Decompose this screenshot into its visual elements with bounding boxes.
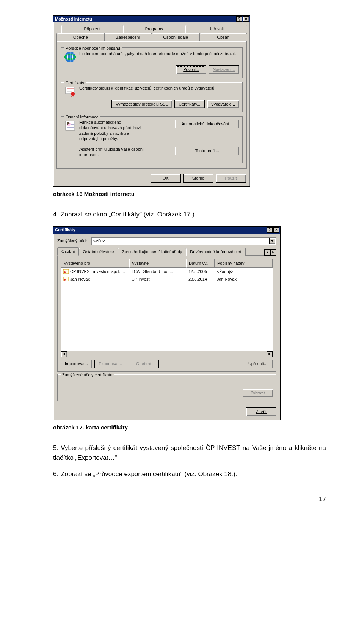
tab-trusted-root[interactable]: Důvěryhodné kořenové cert [186,248,245,256]
certificate-list-panel: Vystaveno pro Vystavitel Datum vy... Pop… [57,255,276,372]
group-title: Poradce hodnocením obsahu [64,45,122,52]
autocomplete-button[interactable]: Automatické dokončování... [175,120,239,128]
instruction-6: 6.Zobrazí se „Průvodce exportem certifik… [53,469,326,479]
tab-intermediate[interactable]: Zprostředkující certifikační úřady [118,248,186,256]
tab-scroll-right[interactable]: ► [270,249,276,256]
apply-button[interactable]: Použít [216,174,246,183]
svg-point-16 [64,279,66,281]
svg-rect-11 [67,127,74,128]
certificates-button[interactable]: Certifikáty... [174,100,205,109]
col-issued-by[interactable]: Vystavitel [129,259,186,268]
titlebar[interactable]: Certifikáty ? × [53,227,280,234]
col-issued-to[interactable]: Vystaveno pro [61,259,129,268]
purpose-combo[interactable]: <Vše> ▼ [91,237,276,245]
close-button[interactable]: × [243,16,249,22]
cert-purposes-group: Zamýšlené účely certifikátu Zobrazit [57,374,276,402]
tab-security[interactable]: Zabezpečení [104,33,152,42]
instruction-5: 5.Vyberte příslušný certifikát vystavený… [53,443,326,462]
tab-personal[interactable]: Osobní [57,247,79,256]
remove-button[interactable]: Odebrat [129,360,159,368]
group-title: Certifikáty [64,80,86,86]
personal-info-group: Osobní informace Funkce automatického do… [61,116,243,163]
tab-scroll-left[interactable]: ◄ [264,249,270,256]
cancel-button[interactable]: Storno [183,174,213,183]
advanced-button[interactable]: Upřesnit... [243,360,273,368]
purpose-value: <Vše> [93,238,105,244]
certificate-listview[interactable]: Vystaveno pro Vystavitel Datum vy... Pop… [61,259,273,357]
certificates-desc: Certifikáty slouží k identifikaci uživat… [79,85,239,91]
globe-icon [64,51,76,63]
content-advisor-group: Poradce hodnocením obsahu Hodnocení pomá… [61,47,243,78]
figure-caption-16: obrázek 16 Možnosti internetu [53,190,326,199]
svg-point-6 [71,92,75,96]
close-dialog-button[interactable]: Zavřít [246,407,276,416]
publishers-button[interactable]: Vydavatelé... [207,100,239,109]
listview-body[interactable]: CP INVEST investicni spol. ... I.CA - St… [61,268,273,351]
certificates-group: Certifikáty Certifikáty slouží k identif… [61,82,243,113]
profile-desc: Asistent profilu ukládá vaše osobní info… [79,147,144,158]
scroll-right-icon[interactable]: ► [267,351,273,357]
scroll-left-icon[interactable]: ◄ [61,351,67,357]
help-button[interactable]: ? [267,227,273,233]
page-number: 17 [53,494,326,504]
group-title: Osobní informace [64,114,100,120]
tab-others[interactable]: Ostatní uživatelé [78,248,118,256]
svg-point-14 [64,271,66,273]
view-button[interactable]: Zobrazit [243,389,273,398]
close-button[interactable]: × [273,227,279,233]
export-button[interactable]: Exportovat... [94,360,126,368]
col-friendly-name[interactable]: Popisný název [215,259,273,268]
import-button[interactable]: Importovat... [61,360,92,368]
certificate-row[interactable]: Jan Novak CP Invest 28.8.2014 Jan Novak [61,275,273,283]
svg-rect-13 [63,269,69,274]
tab-general[interactable]: Obecné [56,33,105,42]
tab-advanced[interactable]: Upřesnit [185,25,247,33]
certificate-icon [63,269,69,274]
enable-button[interactable]: Povolit... [176,65,206,74]
col-expiry[interactable]: Datum vy... [186,259,215,268]
tab-content[interactable]: Obsah [199,33,248,42]
svg-rect-10 [71,124,74,125]
certificates-window: Certifikáty ? × Zamýšlený účel: <Vše> ▼ … [53,226,281,420]
tab-content-panel: Poradce hodnocením obsahu Hodnocení pomá… [56,41,247,169]
profile-icon [64,120,76,132]
tab-connection[interactable]: Připojení [61,25,123,33]
window-title: Certifikáty [55,227,266,233]
svg-rect-15 [63,277,69,281]
certificate-row[interactable]: CP INVEST investicni spol. ... I.CA - St… [61,268,273,276]
tab-privacy[interactable]: Osobní údaje [152,33,200,42]
certificate-icon [63,277,69,281]
window-title: Možnosti Internetu [55,16,235,22]
ok-button[interactable]: OK [151,174,181,183]
group-title: Zamýšlené účely certifikátu [61,372,114,378]
help-button[interactable]: ? [236,16,242,22]
clear-ssl-button[interactable]: Vymazat stav protokolu SSL [111,100,172,109]
figure-caption-17: obrázek 17. karta certifikáty [53,423,326,432]
horizontal-scrollbar[interactable]: ◄ ► [61,351,273,357]
dropdown-arrow-icon[interactable]: ▼ [269,238,275,244]
certificate-icon [64,85,76,98]
listview-header: Vystaveno pro Vystavitel Datum vy... Pop… [61,259,273,268]
profile-button[interactable]: Tento profil... [175,147,239,155]
autocomplete-desc: Funkce automatického dokončování uchováv… [79,120,144,141]
instruction-4: 4.Zobrazí se okno „Certifikáty" (viz. Ob… [53,210,326,219]
svg-rect-12 [67,129,72,129]
titlebar[interactable]: Možnosti Internetu ? × [53,16,250,22]
content-advisor-desc: Hodnocení pomáhá určit, jaký obsah Inter… [79,51,239,56]
purpose-label: Zamýšlený účel: [57,238,88,244]
svg-rect-9 [71,123,74,123]
internet-options-window: Možnosti Internetu ? × Připojení Program… [53,15,250,187]
settings-button[interactable]: Nastavení... [209,65,239,74]
tab-programs[interactable]: Programy [123,25,185,33]
